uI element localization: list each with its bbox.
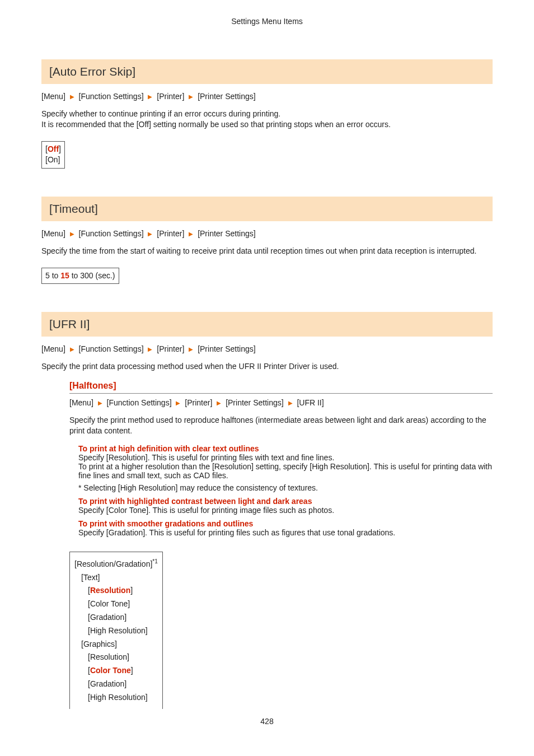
chevron-right-icon: ▶: [70, 94, 74, 100]
chevron-right-icon: ▶: [217, 400, 221, 406]
breadcrumb-timeout: [Menu] ▶ [Function Settings] ▶ [Printer]…: [41, 229, 493, 238]
sub-heading-halftones: [Halftones]: [69, 381, 493, 394]
halftones-p1-l2: To print at a higher resolution than the…: [78, 462, 493, 480]
page-header: Settings Menu Items: [41, 17, 493, 26]
chevron-right-icon: ▶: [98, 400, 102, 406]
opt-row-graphics: [Graphics]: [74, 638, 158, 651]
chevron-right-icon: ▶: [148, 231, 152, 237]
chevron-right-icon: ▶: [189, 231, 193, 237]
breadcrumb-item: [Menu]: [41, 92, 65, 101]
breadcrumb-halftones: [Menu] ▶ [Function Settings] ▶ [Printer]…: [69, 398, 493, 407]
halftones-intro: Specify the print method used to reprodu…: [69, 415, 493, 436]
breadcrumb-item: [Printer Settings]: [198, 92, 256, 101]
halftones-p1-head: To print at high definition with clear t…: [78, 444, 493, 453]
chevron-right-icon: ▶: [148, 94, 152, 100]
breadcrumb-item: [Function Settings]: [79, 229, 144, 238]
halftones-p2-l1: Specify [Color Tone]. This is useful for…: [78, 506, 493, 515]
opt-row-rg: [Resolution/Gradation]*1: [74, 557, 158, 571]
page-content: Settings Menu Items [Auto Error Skip] [M…: [0, 0, 534, 748]
breadcrumb-item: [Printer Settings]: [198, 229, 256, 238]
breadcrumb-item: [Function Settings]: [79, 344, 144, 353]
option-off: [Off]: [45, 144, 61, 155]
description-ufr-ii: Specify the print data processing method…: [41, 361, 493, 372]
breadcrumb-item: [Menu]: [41, 344, 65, 353]
breadcrumb-item: [Function Settings]: [79, 92, 144, 101]
opt-row-g-gradation: [Gradation]: [74, 678, 158, 691]
option-on: [On]: [45, 155, 61, 166]
opt-row-text: [Text]: [74, 571, 158, 585]
breadcrumb-item: [Menu]: [69, 398, 93, 407]
opt-row-g-resolution: [Resolution]: [74, 651, 158, 664]
opt-row-g-color-tone: [Color Tone]: [74, 664, 158, 678]
halftones-p3-l1: Specify [Gradation]. This is useful for …: [78, 528, 493, 537]
breadcrumb-item: [Printer Settings]: [226, 398, 284, 407]
breadcrumb-item: [Printer Settings]: [198, 344, 256, 353]
chevron-right-icon: ▶: [288, 400, 293, 406]
breadcrumb-item: [Printer]: [157, 229, 184, 238]
halftones-p1-note: * Selecting [High Resolution] may reduce…: [78, 483, 493, 492]
option-box-timeout: 5 to 15 to 300 (sec.): [41, 268, 119, 284]
section-heading-timeout: [Timeout]: [41, 197, 493, 221]
halftones-para-2: To print with highlighted contrast betwe…: [78, 497, 493, 515]
halftones-para-3: To print with smoother gradations and ou…: [78, 519, 493, 537]
halftones-para-1: To print at high definition with clear t…: [78, 444, 493, 492]
opt-row-high-resolution: [High Resolution]: [74, 624, 158, 638]
breadcrumb-item: [Printer]: [157, 92, 184, 101]
halftones-p3-head: To print with smoother gradations and ou…: [78, 519, 493, 528]
opt-row-g-high-resolution: [High Resolution]: [74, 691, 158, 704]
breadcrumb-item: [UFR II]: [297, 398, 324, 407]
breadcrumb-item: [Printer]: [157, 344, 184, 353]
opt-row-gradation: [Gradation]: [74, 611, 158, 624]
description-auto-error-skip: Specify whether to continue printing if …: [41, 109, 493, 130]
sub-section-halftones: [Halftones] [Menu] ▶ [Function Settings]…: [69, 381, 493, 708]
opt-row-color-tone: [Color Tone]: [74, 598, 158, 611]
chevron-right-icon: ▶: [70, 231, 74, 237]
option-box-auto-error-skip: [Off] [On]: [41, 141, 65, 169]
section-heading-auto-error-skip: [Auto Error Skip]: [41, 59, 493, 84]
option-table-halftones: [Resolution/Gradation]*1 [Text] [Resolut…: [69, 552, 163, 708]
section-heading-ufr-ii: [UFR II]: [41, 312, 493, 337]
chevron-right-icon: ▶: [189, 94, 193, 100]
chevron-right-icon: ▶: [148, 346, 152, 352]
chevron-right-icon: ▶: [189, 346, 193, 352]
halftones-p1-l1: Specify [Resolution]. This is useful for…: [78, 453, 493, 462]
breadcrumb-item: [Function Settings]: [107, 398, 172, 407]
halftones-p2-head: To print with highlighted contrast betwe…: [78, 497, 493, 506]
breadcrumb-item: [Menu]: [41, 229, 65, 238]
breadcrumb-item: [Printer]: [185, 398, 212, 407]
breadcrumb-ufr-ii: [Menu] ▶ [Function Settings] ▶ [Printer]…: [41, 344, 493, 353]
description-timeout: Specify the time from the start of waiti…: [41, 246, 493, 256]
chevron-right-icon: ▶: [176, 400, 180, 406]
page-number: 428: [41, 717, 493, 726]
breadcrumb-auto-error-skip: [Menu] ▶ [Function Settings] ▶ [Printer]…: [41, 92, 493, 101]
opt-row-resolution: [Resolution]: [74, 584, 158, 598]
chevron-right-icon: ▶: [70, 346, 74, 352]
